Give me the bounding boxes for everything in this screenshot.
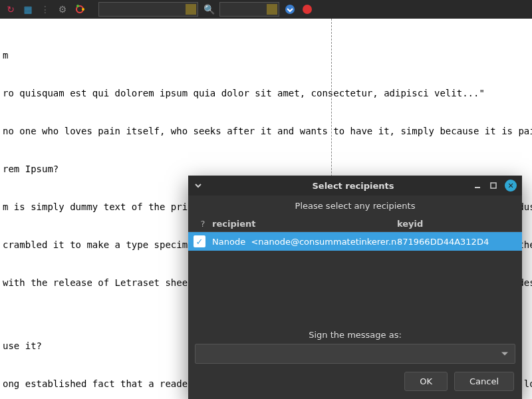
svg-rect-6 xyxy=(491,183,496,188)
search-icon[interactable]: 🔍 xyxy=(202,3,215,16)
editor-line: rem Ipsum? xyxy=(0,163,532,176)
stop-icon[interactable] xyxy=(301,3,314,16)
column-header-keyid[interactable]: keyid xyxy=(397,219,517,229)
ok-button[interactable]: OK xyxy=(404,372,448,391)
dialog-title: Select recipients xyxy=(233,181,473,191)
chevron-down-icon xyxy=(501,352,508,356)
minimize-icon[interactable] xyxy=(473,181,482,190)
editor-line: no one who loves pain itself, who seeks … xyxy=(0,125,532,138)
dialog-instruction: Please select any recipients xyxy=(188,196,522,216)
recipient-table-header: ? recipient keyid xyxy=(188,216,522,232)
column-header-q[interactable]: ? xyxy=(194,219,212,229)
recipient-keyid: 871966DD44A312D4 xyxy=(397,237,517,247)
svg-point-1 xyxy=(82,8,84,11)
toolbar-field-2[interactable] xyxy=(219,2,279,17)
ubuntu-icon[interactable] xyxy=(73,3,86,16)
folder-icon xyxy=(186,4,196,15)
recipient-checkbox[interactable]: ✓ xyxy=(194,235,205,247)
gear-icon[interactable]: ⚙ xyxy=(56,3,69,16)
recipient-label: Nanode <nanode@consummatetinkerer.net> xyxy=(212,237,397,247)
select-recipients-dialog: Select recipients ✕ Please select any re… xyxy=(188,176,522,399)
toolbar-field-1[interactable] xyxy=(98,2,198,17)
apps-icon[interactable]: ▦ xyxy=(21,3,35,16)
svg-point-4 xyxy=(303,5,312,14)
editor-line: m xyxy=(0,49,532,62)
svg-point-2 xyxy=(76,5,79,7)
recipient-table-body: ✓ Nanode <nanode@consummatetinkerer.net>… xyxy=(188,232,522,325)
svg-point-3 xyxy=(285,5,295,14)
separator-icon: ⋮ xyxy=(39,3,52,16)
close-icon[interactable]: ✕ xyxy=(505,180,517,192)
sign-as-combobox[interactable] xyxy=(195,344,515,364)
toolbar: ↻ ▦ ⋮ ⚙ 🔍 xyxy=(0,0,532,19)
folder-icon xyxy=(267,4,277,15)
chevron-down-icon[interactable] xyxy=(194,181,203,190)
column-header-recipient[interactable]: recipient xyxy=(212,219,397,229)
refresh-icon[interactable]: ↻ xyxy=(4,3,17,16)
sign-label: Sign the message as: xyxy=(188,325,522,344)
down-arrow-icon[interactable] xyxy=(283,3,297,16)
recipient-row[interactable]: ✓ Nanode <nanode@consummatetinkerer.net>… xyxy=(188,232,522,251)
editor-line: ro quisquam est qui dolorem ipsum quia d… xyxy=(0,87,532,100)
maximize-icon[interactable] xyxy=(489,181,498,190)
dialog-titlebar: Select recipients ✕ xyxy=(188,176,522,196)
dialog-buttons: OK Cancel xyxy=(188,364,522,399)
cancel-button[interactable]: Cancel xyxy=(454,372,514,391)
